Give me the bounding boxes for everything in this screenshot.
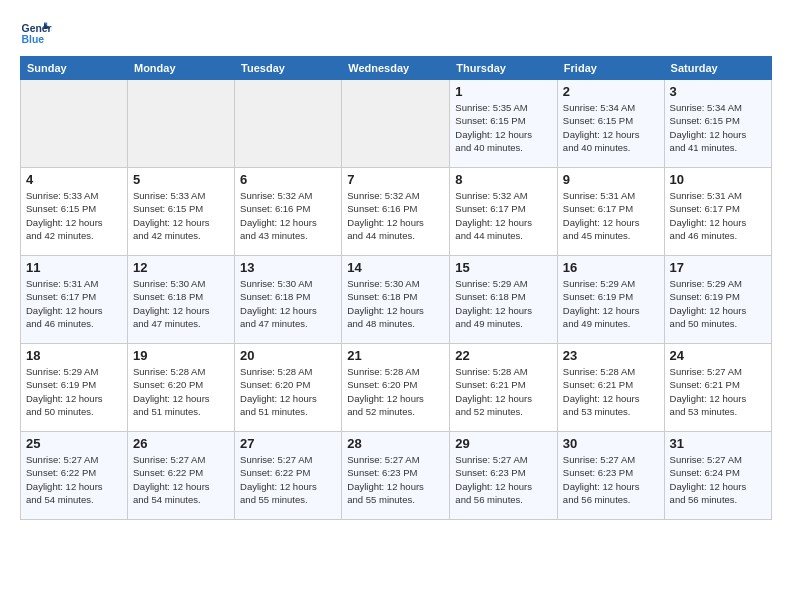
day-info: Sunrise: 5:28 AM Sunset: 6:20 PM Dayligh… bbox=[133, 365, 229, 418]
day-info: Sunrise: 5:32 AM Sunset: 6:16 PM Dayligh… bbox=[347, 189, 444, 242]
col-header-friday: Friday bbox=[557, 57, 664, 80]
day-info: Sunrise: 5:32 AM Sunset: 6:16 PM Dayligh… bbox=[240, 189, 336, 242]
calendar-cell: 19Sunrise: 5:28 AM Sunset: 6:20 PM Dayli… bbox=[127, 344, 234, 432]
day-number: 10 bbox=[670, 172, 766, 187]
calendar-cell: 29Sunrise: 5:27 AM Sunset: 6:23 PM Dayli… bbox=[450, 432, 558, 520]
calendar-cell: 8Sunrise: 5:32 AM Sunset: 6:17 PM Daylig… bbox=[450, 168, 558, 256]
logo-icon: General Blue bbox=[20, 16, 52, 48]
day-info: Sunrise: 5:33 AM Sunset: 6:15 PM Dayligh… bbox=[26, 189, 122, 242]
day-number: 2 bbox=[563, 84, 659, 99]
calendar-cell: 2Sunrise: 5:34 AM Sunset: 6:15 PM Daylig… bbox=[557, 80, 664, 168]
day-info: Sunrise: 5:30 AM Sunset: 6:18 PM Dayligh… bbox=[347, 277, 444, 330]
header-row: SundayMondayTuesdayWednesdayThursdayFrid… bbox=[21, 57, 772, 80]
col-header-monday: Monday bbox=[127, 57, 234, 80]
calendar-cell: 9Sunrise: 5:31 AM Sunset: 6:17 PM Daylig… bbox=[557, 168, 664, 256]
calendar-week-5: 25Sunrise: 5:27 AM Sunset: 6:22 PM Dayli… bbox=[21, 432, 772, 520]
day-info: Sunrise: 5:27 AM Sunset: 6:22 PM Dayligh… bbox=[133, 453, 229, 506]
day-number: 5 bbox=[133, 172, 229, 187]
svg-text:Blue: Blue bbox=[22, 34, 45, 45]
day-info: Sunrise: 5:34 AM Sunset: 6:15 PM Dayligh… bbox=[563, 101, 659, 154]
day-info: Sunrise: 5:30 AM Sunset: 6:18 PM Dayligh… bbox=[133, 277, 229, 330]
day-info: Sunrise: 5:31 AM Sunset: 6:17 PM Dayligh… bbox=[26, 277, 122, 330]
calendar-cell: 31Sunrise: 5:27 AM Sunset: 6:24 PM Dayli… bbox=[664, 432, 771, 520]
day-number: 30 bbox=[563, 436, 659, 451]
day-number: 20 bbox=[240, 348, 336, 363]
header: General Blue bbox=[20, 16, 772, 48]
calendar-cell: 26Sunrise: 5:27 AM Sunset: 6:22 PM Dayli… bbox=[127, 432, 234, 520]
calendar-week-3: 11Sunrise: 5:31 AM Sunset: 6:17 PM Dayli… bbox=[21, 256, 772, 344]
calendar-week-2: 4Sunrise: 5:33 AM Sunset: 6:15 PM Daylig… bbox=[21, 168, 772, 256]
day-number: 27 bbox=[240, 436, 336, 451]
calendar-table: SundayMondayTuesdayWednesdayThursdayFrid… bbox=[20, 56, 772, 520]
day-number: 29 bbox=[455, 436, 552, 451]
day-number: 7 bbox=[347, 172, 444, 187]
calendar-cell: 11Sunrise: 5:31 AM Sunset: 6:17 PM Dayli… bbox=[21, 256, 128, 344]
day-info: Sunrise: 5:27 AM Sunset: 6:23 PM Dayligh… bbox=[455, 453, 552, 506]
day-number: 8 bbox=[455, 172, 552, 187]
day-info: Sunrise: 5:27 AM Sunset: 6:24 PM Dayligh… bbox=[670, 453, 766, 506]
calendar-cell: 18Sunrise: 5:29 AM Sunset: 6:19 PM Dayli… bbox=[21, 344, 128, 432]
calendar-cell: 14Sunrise: 5:30 AM Sunset: 6:18 PM Dayli… bbox=[342, 256, 450, 344]
calendar-cell: 10Sunrise: 5:31 AM Sunset: 6:17 PM Dayli… bbox=[664, 168, 771, 256]
day-info: Sunrise: 5:35 AM Sunset: 6:15 PM Dayligh… bbox=[455, 101, 552, 154]
col-header-thursday: Thursday bbox=[450, 57, 558, 80]
day-info: Sunrise: 5:27 AM Sunset: 6:23 PM Dayligh… bbox=[347, 453, 444, 506]
day-number: 14 bbox=[347, 260, 444, 275]
col-header-wednesday: Wednesday bbox=[342, 57, 450, 80]
day-info: Sunrise: 5:29 AM Sunset: 6:19 PM Dayligh… bbox=[26, 365, 122, 418]
calendar-cell bbox=[21, 80, 128, 168]
calendar-cell: 13Sunrise: 5:30 AM Sunset: 6:18 PM Dayli… bbox=[235, 256, 342, 344]
day-number: 19 bbox=[133, 348, 229, 363]
calendar-cell: 16Sunrise: 5:29 AM Sunset: 6:19 PM Dayli… bbox=[557, 256, 664, 344]
day-info: Sunrise: 5:27 AM Sunset: 6:22 PM Dayligh… bbox=[26, 453, 122, 506]
day-number: 3 bbox=[670, 84, 766, 99]
calendar-cell: 25Sunrise: 5:27 AM Sunset: 6:22 PM Dayli… bbox=[21, 432, 128, 520]
calendar-cell: 5Sunrise: 5:33 AM Sunset: 6:15 PM Daylig… bbox=[127, 168, 234, 256]
day-info: Sunrise: 5:31 AM Sunset: 6:17 PM Dayligh… bbox=[670, 189, 766, 242]
calendar-cell: 17Sunrise: 5:29 AM Sunset: 6:19 PM Dayli… bbox=[664, 256, 771, 344]
day-number: 31 bbox=[670, 436, 766, 451]
day-number: 21 bbox=[347, 348, 444, 363]
day-number: 6 bbox=[240, 172, 336, 187]
day-number: 15 bbox=[455, 260, 552, 275]
day-info: Sunrise: 5:28 AM Sunset: 6:20 PM Dayligh… bbox=[240, 365, 336, 418]
day-info: Sunrise: 5:28 AM Sunset: 6:21 PM Dayligh… bbox=[455, 365, 552, 418]
day-info: Sunrise: 5:32 AM Sunset: 6:17 PM Dayligh… bbox=[455, 189, 552, 242]
day-number: 4 bbox=[26, 172, 122, 187]
col-header-tuesday: Tuesday bbox=[235, 57, 342, 80]
day-number: 17 bbox=[670, 260, 766, 275]
day-number: 9 bbox=[563, 172, 659, 187]
day-number: 13 bbox=[240, 260, 336, 275]
calendar-cell: 6Sunrise: 5:32 AM Sunset: 6:16 PM Daylig… bbox=[235, 168, 342, 256]
day-info: Sunrise: 5:27 AM Sunset: 6:23 PM Dayligh… bbox=[563, 453, 659, 506]
day-info: Sunrise: 5:30 AM Sunset: 6:18 PM Dayligh… bbox=[240, 277, 336, 330]
calendar-cell: 21Sunrise: 5:28 AM Sunset: 6:20 PM Dayli… bbox=[342, 344, 450, 432]
calendar-week-4: 18Sunrise: 5:29 AM Sunset: 6:19 PM Dayli… bbox=[21, 344, 772, 432]
day-number: 28 bbox=[347, 436, 444, 451]
day-number: 16 bbox=[563, 260, 659, 275]
logo: General Blue bbox=[20, 16, 56, 48]
calendar-cell: 7Sunrise: 5:32 AM Sunset: 6:16 PM Daylig… bbox=[342, 168, 450, 256]
calendar-cell: 27Sunrise: 5:27 AM Sunset: 6:22 PM Dayli… bbox=[235, 432, 342, 520]
day-number: 24 bbox=[670, 348, 766, 363]
calendar-cell: 22Sunrise: 5:28 AM Sunset: 6:21 PM Dayli… bbox=[450, 344, 558, 432]
day-info: Sunrise: 5:28 AM Sunset: 6:21 PM Dayligh… bbox=[563, 365, 659, 418]
calendar-cell: 23Sunrise: 5:28 AM Sunset: 6:21 PM Dayli… bbox=[557, 344, 664, 432]
day-number: 26 bbox=[133, 436, 229, 451]
day-info: Sunrise: 5:28 AM Sunset: 6:20 PM Dayligh… bbox=[347, 365, 444, 418]
day-info: Sunrise: 5:29 AM Sunset: 6:18 PM Dayligh… bbox=[455, 277, 552, 330]
calendar-cell: 24Sunrise: 5:27 AM Sunset: 6:21 PM Dayli… bbox=[664, 344, 771, 432]
day-number: 23 bbox=[563, 348, 659, 363]
calendar-cell bbox=[235, 80, 342, 168]
day-info: Sunrise: 5:33 AM Sunset: 6:15 PM Dayligh… bbox=[133, 189, 229, 242]
day-info: Sunrise: 5:34 AM Sunset: 6:15 PM Dayligh… bbox=[670, 101, 766, 154]
day-info: Sunrise: 5:27 AM Sunset: 6:22 PM Dayligh… bbox=[240, 453, 336, 506]
day-info: Sunrise: 5:31 AM Sunset: 6:17 PM Dayligh… bbox=[563, 189, 659, 242]
day-number: 1 bbox=[455, 84, 552, 99]
calendar-cell: 1Sunrise: 5:35 AM Sunset: 6:15 PM Daylig… bbox=[450, 80, 558, 168]
calendar-cell: 4Sunrise: 5:33 AM Sunset: 6:15 PM Daylig… bbox=[21, 168, 128, 256]
calendar-cell: 15Sunrise: 5:29 AM Sunset: 6:18 PM Dayli… bbox=[450, 256, 558, 344]
day-number: 12 bbox=[133, 260, 229, 275]
calendar-cell bbox=[342, 80, 450, 168]
calendar-cell: 20Sunrise: 5:28 AM Sunset: 6:20 PM Dayli… bbox=[235, 344, 342, 432]
